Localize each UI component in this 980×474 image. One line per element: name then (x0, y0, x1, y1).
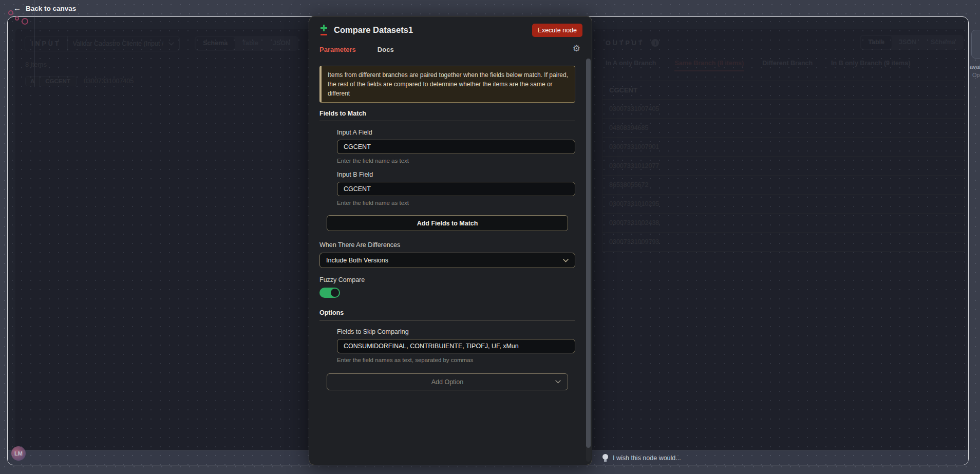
fields-to-match-section-title: Fields to Match (319, 110, 575, 121)
input-a-field-param: Input A Field Enter the field name as te… (337, 129, 575, 164)
modal-header: Compare Datasets1 Execute node Parameter… (309, 16, 592, 59)
add-fields-to-match-button[interactable]: Add Fields to Match (327, 215, 568, 231)
skip-fields-input[interactable] (337, 339, 575, 353)
modal-scrollbar (586, 59, 591, 462)
when-differences-label: When There Are Differences (319, 241, 575, 249)
node-feedback-button[interactable]: I wish this node would... (602, 451, 681, 465)
pairing-notice: Items from different branches are paired… (319, 66, 575, 103)
back-label: Back to canvas (26, 5, 76, 12)
when-differences-value: Include Both Versions (326, 257, 563, 264)
skip-fields-param: Fields to Skip Comparing Enter the field… (337, 328, 575, 363)
add-option-select[interactable]: Add Option (327, 373, 568, 390)
fuzzy-compare-toggle[interactable] (319, 288, 340, 298)
canvas-edge-text: avai (970, 64, 980, 70)
fuzzy-compare-label: Fuzzy Compare (319, 276, 575, 283)
when-differences-select[interactable]: Include Both Versions (319, 253, 575, 268)
canvas-connection-doodle (15, 16, 19, 21)
skip-fields-label: Fields to Skip Comparing (337, 328, 575, 335)
toggle-knob (331, 289, 339, 297)
avatar[interactable]: LM (11, 446, 26, 461)
gear-icon[interactable] (573, 43, 580, 54)
input-a-field-hint: Enter the field name as text (337, 158, 575, 164)
tab-docs[interactable]: Docs (378, 46, 394, 53)
wish-text: I wish this node would... (613, 454, 681, 462)
back-arrow-icon (13, 4, 21, 13)
canvas-connection-doodle (22, 18, 28, 25)
compare-datasets-icon (319, 25, 328, 35)
tab-parameters[interactable]: Parameters (319, 46, 356, 53)
canvas-edge-text: Op (972, 72, 980, 78)
input-b-field-param: Input B Field Enter the field name as te… (337, 171, 575, 206)
skip-fields-hint: Enter the field names as text, separated… (337, 357, 575, 363)
canvas-edge-panel (971, 30, 980, 59)
modal-scrollbar-thumb[interactable] (586, 59, 591, 448)
options-section-title: Options (319, 309, 575, 320)
input-b-field-input[interactable] (337, 182, 575, 196)
chevron-down-icon (563, 259, 569, 262)
compare-datasets-modal: Compare Datasets1 Execute node Parameter… (309, 16, 592, 465)
parameters-pane: Items from different branches are paired… (309, 59, 586, 464)
add-option-label: Add Option (431, 378, 464, 386)
chevron-down-icon (555, 380, 561, 384)
lightbulb-icon (602, 454, 608, 462)
input-a-field-label: Input A Field (337, 129, 575, 136)
node-title: Compare Datasets1 (334, 25, 413, 35)
back-to-canvas-button[interactable]: Back to canvas (0, 0, 980, 16)
input-b-field-hint: Enter the field name as text (337, 200, 575, 206)
input-b-field-label: Input B Field (337, 171, 575, 178)
input-a-field-input[interactable] (337, 140, 575, 154)
execute-node-button[interactable]: Execute node (532, 24, 582, 37)
screen: Back to canvas avai Op LM I wish this no… (0, 0, 980, 474)
